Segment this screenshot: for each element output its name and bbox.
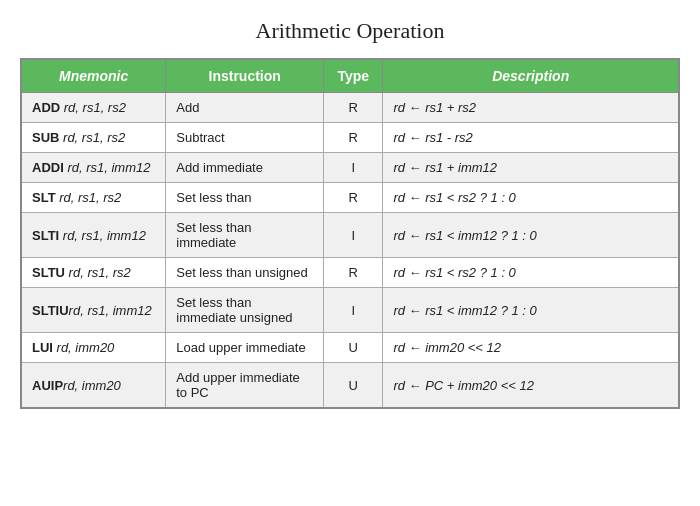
mnemonic-params: rd, rs1, imm12 [64,160,151,175]
table-row: SLT rd, rs1, rs2Set less thanRrd ← rs1 <… [21,183,679,213]
cell-instruction: Set less than unsigned [166,258,324,288]
mnemonic-params: rd, imm20 [63,378,121,393]
mnemonic-keyword: ADD [32,100,60,115]
cell-instruction: Set less than [166,183,324,213]
cell-description: rd ← rs1 < imm12 ? 1 : 0 [383,213,679,258]
mnemonic-keyword: AUIP [32,378,63,393]
mnemonic-params: rd, rs1, imm12 [59,228,146,243]
mnemonic-keyword: ADDI [32,160,64,175]
cell-type: I [324,288,383,333]
cell-instruction: Set less than immediate [166,213,324,258]
cell-description: rd ← rs1 - rs2 [383,123,679,153]
cell-mnemonic: SLTIUrd, rs1, imm12 [21,288,166,333]
cell-description: rd ← imm20 << 12 [383,333,679,363]
mnemonic-params: rd, rs1, imm12 [69,303,152,318]
cell-instruction: Subtract [166,123,324,153]
cell-type: I [324,153,383,183]
cell-description: rd ← rs1 < rs2 ? 1 : 0 [383,258,679,288]
mnemonic-params: rd, rs1, rs2 [56,190,122,205]
table-header-row: Mnemonic Instruction Type Description [21,59,679,93]
table-row: AUIPrd, imm20Add upper immediate to PCUr… [21,363,679,409]
header-description: Description [383,59,679,93]
table-row: SUB rd, rs1, rs2SubtractRrd ← rs1 - rs2 [21,123,679,153]
cell-instruction: Set less than immediate unsigned [166,288,324,333]
cell-mnemonic: AUIPrd, imm20 [21,363,166,409]
cell-type: R [324,123,383,153]
mnemonic-params: rd, rs1, rs2 [60,100,126,115]
cell-type: U [324,333,383,363]
page-title: Arithmetic Operation [20,18,680,44]
mnemonic-keyword: SLTU [32,265,65,280]
mnemonic-keyword: SLTI [32,228,59,243]
header-instruction: Instruction [166,59,324,93]
table-row: SLTI rd, rs1, imm12Set less than immedia… [21,213,679,258]
mnemonic-keyword: SLTIU [32,303,69,318]
cell-mnemonic: ADD rd, rs1, rs2 [21,93,166,123]
table-row: ADDI rd, rs1, imm12Add immediateIrd ← rs… [21,153,679,183]
cell-type: R [324,258,383,288]
cell-type: R [324,183,383,213]
mnemonic-params: rd, rs1, rs2 [59,130,125,145]
arithmetic-table: Mnemonic Instruction Type Description AD… [20,58,680,409]
cell-instruction: Load upper immediate [166,333,324,363]
cell-mnemonic: LUI rd, imm20 [21,333,166,363]
table-row: SLTIUrd, rs1, imm12Set less than immedia… [21,288,679,333]
cell-instruction: Add upper immediate to PC [166,363,324,409]
mnemonic-keyword: SUB [32,130,59,145]
table-row: SLTU rd, rs1, rs2Set less than unsignedR… [21,258,679,288]
cell-mnemonic: ADDI rd, rs1, imm12 [21,153,166,183]
cell-instruction: Add immediate [166,153,324,183]
mnemonic-params: rd, imm20 [53,340,114,355]
mnemonic-keyword: SLT [32,190,56,205]
main-container: Arithmetic Operation Mnemonic Instructio… [20,18,680,409]
mnemonic-keyword: LUI [32,340,53,355]
cell-type: R [324,93,383,123]
cell-mnemonic: SLT rd, rs1, rs2 [21,183,166,213]
cell-description: rd ← rs1 < rs2 ? 1 : 0 [383,183,679,213]
cell-type: U [324,363,383,409]
mnemonic-params: rd, rs1, rs2 [65,265,131,280]
cell-description: rd ← PC + imm20 << 12 [383,363,679,409]
header-mnemonic: Mnemonic [21,59,166,93]
cell-description: rd ← rs1 < imm12 ? 1 : 0 [383,288,679,333]
cell-type: I [324,213,383,258]
cell-description: rd ← rs1 + imm12 [383,153,679,183]
table-row: ADD rd, rs1, rs2AddRrd ← rs1 + rs2 [21,93,679,123]
header-type: Type [324,59,383,93]
cell-description: rd ← rs1 + rs2 [383,93,679,123]
cell-mnemonic: SUB rd, rs1, rs2 [21,123,166,153]
cell-mnemonic: SLTI rd, rs1, imm12 [21,213,166,258]
cell-instruction: Add [166,93,324,123]
cell-mnemonic: SLTU rd, rs1, rs2 [21,258,166,288]
table-row: LUI rd, imm20Load upper immediateUrd ← i… [21,333,679,363]
